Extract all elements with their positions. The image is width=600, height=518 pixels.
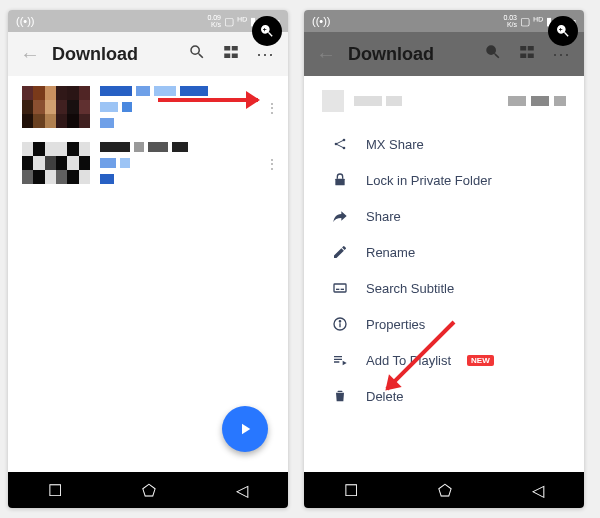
menu-properties[interactable]: Properties <box>308 306 580 342</box>
more-icon[interactable]: ⋯ <box>254 43 276 65</box>
subtitle-icon <box>330 280 350 296</box>
nav-home-icon[interactable]: ⬠ <box>142 481 156 500</box>
app-bar: ← Download ⋯ <box>8 32 288 76</box>
new-badge: NEW <box>467 355 494 366</box>
menu-label: Search Subtitle <box>366 281 454 296</box>
view-icon[interactable] <box>220 43 242 66</box>
svg-rect-14 <box>341 289 344 290</box>
file-row[interactable]: ⋮ <box>8 132 288 188</box>
svg-point-17 <box>339 321 340 322</box>
pencil-icon <box>330 244 350 260</box>
menu-delete[interactable]: Delete <box>308 378 580 414</box>
page-title: Download <box>52 44 174 65</box>
nav-recent-icon[interactable]: ☐ <box>344 481 358 500</box>
sheet-thumbnail <box>322 90 344 112</box>
sheet-header <box>304 76 584 120</box>
cast-icon: ▢ <box>224 15 234 28</box>
file-row[interactable]: ⋮ <box>8 76 288 132</box>
more-icon: ⋯ <box>550 43 572 65</box>
row-more-icon[interactable]: ⋮ <box>265 100 278 116</box>
nav-bar: ☐ ⬠ ◁ <box>304 472 584 508</box>
share-alt-icon <box>330 136 350 152</box>
menu-rename[interactable]: Rename <box>308 234 580 270</box>
svg-rect-3 <box>232 53 238 58</box>
nav-back-icon[interactable]: ◁ <box>532 481 544 500</box>
file-title-blurred <box>100 142 274 184</box>
app-bar-dimmed: ← Download ⋯ <box>304 32 584 76</box>
share-icon <box>330 208 350 224</box>
search-icon <box>482 43 504 66</box>
svg-rect-4 <box>520 46 526 51</box>
zoom-icon[interactable] <box>252 16 282 46</box>
view-icon <box>516 43 538 66</box>
back-icon[interactable]: ← <box>20 43 40 66</box>
status-bar: ((•)) 0.03K/s ▢ ᴴᴰ ▮ ◢ ▭ <box>304 10 584 32</box>
lock-icon <box>330 172 350 188</box>
zoom-icon[interactable] <box>548 16 578 46</box>
row-more-icon[interactable]: ⋮ <box>265 156 278 172</box>
menu-search-subtitle[interactable]: Search Subtitle <box>308 270 580 306</box>
tutorial-arrow <box>158 98 258 102</box>
phone-left: ((•)) 0.09K/s ▢ ᴴᴰ ▮ ◢ ▭ ← Download ⋯ <box>8 10 288 508</box>
info-icon <box>330 316 350 332</box>
nav-recent-icon[interactable]: ☐ <box>48 481 62 500</box>
video-thumbnail <box>22 86 90 128</box>
hotspot-icon: ((•)) <box>312 15 331 27</box>
status-bar: ((•)) 0.09K/s ▢ ᴴᴰ ▮ ◢ ▭ <box>8 10 288 32</box>
volte-icon: ᴴᴰ <box>533 15 543 28</box>
trash-icon <box>330 388 350 404</box>
nav-bar: ☐ ⬠ ◁ <box>8 472 288 508</box>
volte-icon: ᴴᴰ <box>237 15 247 28</box>
svg-rect-2 <box>224 53 230 58</box>
nav-home-icon[interactable]: ⬠ <box>438 481 452 500</box>
search-icon[interactable] <box>186 43 208 66</box>
play-fab[interactable] <box>222 406 268 452</box>
menu-label: Properties <box>366 317 425 332</box>
menu-label: Rename <box>366 245 415 260</box>
svg-rect-6 <box>520 53 526 58</box>
playlist-icon <box>330 352 350 368</box>
menu-label: MX Share <box>366 137 424 152</box>
menu-label: Share <box>366 209 401 224</box>
content-area: ⋮ ⋮ <box>8 76 288 472</box>
nav-back-icon[interactable]: ◁ <box>236 481 248 500</box>
svg-rect-7 <box>528 53 534 58</box>
hotspot-icon: ((•)) <box>16 15 35 27</box>
menu-label: Lock in Private Folder <box>366 173 492 188</box>
menu-share[interactable]: Share <box>308 198 580 234</box>
svg-rect-1 <box>232 46 238 51</box>
svg-rect-5 <box>528 46 534 51</box>
svg-rect-13 <box>336 289 339 290</box>
bottom-sheet: MX Share Lock in Private Folder Share Re… <box>304 76 584 472</box>
phone-right: ((•)) 0.03K/s ▢ ᴴᴰ ▮ ◢ ▭ ← Download ⋯ <box>304 10 584 508</box>
menu-lock[interactable]: Lock in Private Folder <box>308 162 580 198</box>
video-thumbnail <box>22 142 90 184</box>
svg-rect-0 <box>224 46 230 51</box>
page-title: Download <box>348 44 470 65</box>
menu-add-playlist[interactable]: Add To Playlist NEW <box>308 342 580 378</box>
cast-icon: ▢ <box>520 15 530 28</box>
menu-mx-share[interactable]: MX Share <box>308 126 580 162</box>
context-menu: MX Share Lock in Private Folder Share Re… <box>304 120 584 420</box>
svg-rect-12 <box>334 284 346 292</box>
svg-rect-11 <box>335 179 344 186</box>
back-icon: ← <box>316 43 336 66</box>
